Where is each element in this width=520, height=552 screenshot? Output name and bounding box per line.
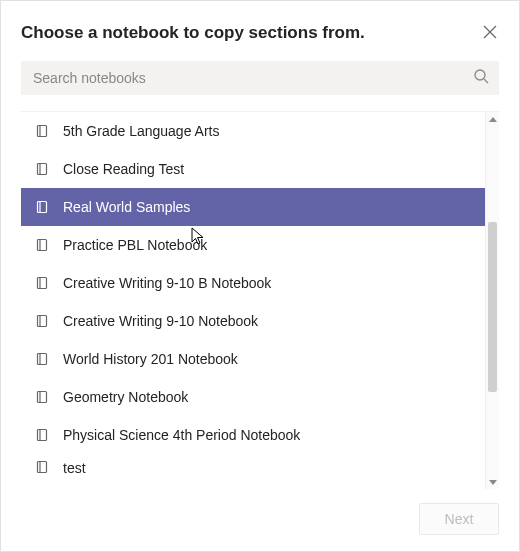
notebook-label: Close Reading Test	[63, 161, 184, 177]
svg-rect-4	[38, 164, 47, 175]
notebook-label: Geometry Notebook	[63, 389, 188, 405]
notebook-item[interactable]: Practice PBL Notebook	[21, 226, 485, 264]
notebook-label: Creative Writing 9-10 B Notebook	[63, 275, 271, 291]
dialog-header: Choose a notebook to copy sections from.	[21, 23, 499, 43]
notebook-icon	[35, 276, 49, 290]
notebook-label: Real World Samples	[63, 199, 190, 215]
notebook-item[interactable]: 5th Grade Language Arts	[21, 112, 485, 150]
notebook-item[interactable]: Geometry Notebook	[21, 378, 485, 416]
notebook-item[interactable]: World History 201 Notebook	[21, 340, 485, 378]
notebook-icon	[35, 352, 49, 366]
scroll-thumb[interactable]	[488, 222, 497, 392]
notebook-label: Creative Writing 9-10 Notebook	[63, 313, 258, 329]
svg-point-0	[475, 70, 485, 80]
svg-rect-8	[38, 240, 47, 251]
notebook-item[interactable]: test	[21, 454, 485, 478]
search-wrap	[21, 61, 499, 95]
notebook-item[interactable]: Physical Science 4th Period Notebook	[21, 416, 485, 454]
dialog-footer: Next	[21, 489, 499, 535]
notebook-icon	[35, 314, 49, 328]
search-input[interactable]	[21, 61, 499, 95]
svg-rect-10	[38, 278, 47, 289]
svg-rect-20	[38, 462, 47, 473]
notebook-label: World History 201 Notebook	[63, 351, 238, 367]
notebook-icon	[35, 162, 49, 176]
notebook-list-container: 5th Grade Language Arts Close Reading Te…	[21, 111, 499, 489]
notebook-picker-dialog: Choose a notebook to copy sections from.…	[0, 0, 520, 552]
notebook-icon	[35, 124, 49, 138]
svg-rect-2	[38, 126, 47, 137]
dialog-title: Choose a notebook to copy sections from.	[21, 23, 365, 43]
notebook-icon	[35, 238, 49, 252]
notebook-label: test	[63, 460, 86, 476]
svg-line-1	[484, 79, 488, 83]
scroll-down-arrow[interactable]	[486, 475, 499, 489]
svg-rect-12	[38, 316, 47, 327]
notebook-icon	[35, 390, 49, 404]
scrollbar[interactable]	[485, 112, 499, 489]
svg-rect-14	[38, 354, 47, 365]
notebook-list[interactable]: 5th Grade Language Arts Close Reading Te…	[21, 112, 485, 489]
search-icon	[473, 68, 489, 88]
notebook-icon	[35, 200, 49, 214]
close-button[interactable]	[481, 23, 499, 41]
notebook-label: Physical Science 4th Period Notebook	[63, 427, 300, 443]
notebook-item[interactable]: Creative Writing 9-10 B Notebook	[21, 264, 485, 302]
next-button[interactable]: Next	[419, 503, 499, 535]
notebook-label: Practice PBL Notebook	[63, 237, 207, 253]
close-icon	[483, 25, 497, 39]
notebook-item[interactable]: Creative Writing 9-10 Notebook	[21, 302, 485, 340]
notebook-item-selected[interactable]: Real World Samples	[21, 188, 485, 226]
notebook-item[interactable]: Close Reading Test	[21, 150, 485, 188]
notebook-icon	[35, 428, 49, 442]
notebook-label: 5th Grade Language Arts	[63, 123, 219, 139]
svg-rect-18	[38, 430, 47, 441]
svg-rect-6	[38, 202, 47, 213]
svg-rect-16	[38, 392, 47, 403]
notebook-icon	[35, 460, 49, 474]
scroll-up-arrow[interactable]	[486, 112, 499, 126]
